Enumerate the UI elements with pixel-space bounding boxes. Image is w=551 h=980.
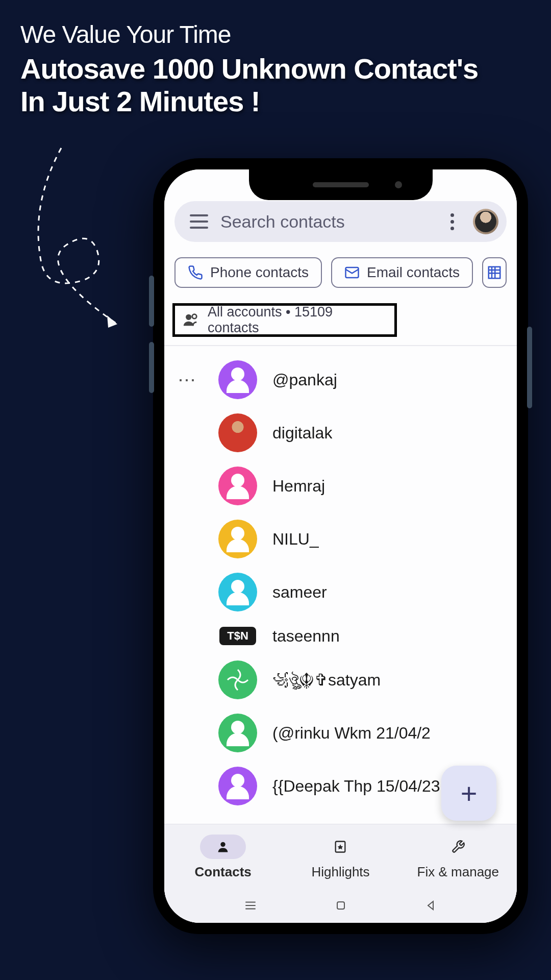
sys-recent-icon[interactable] [244, 899, 257, 914]
nav-contacts[interactable]: Contacts [164, 824, 282, 890]
headline-line-1: Autosave 1000 Unknown Contact's [20, 53, 478, 85]
svg-marker-15 [428, 901, 433, 910]
search-bar[interactable]: Search contacts [174, 201, 507, 242]
contact-row[interactable]: NILU_ [164, 512, 517, 566]
contact-avatar [218, 714, 257, 752]
more-options-icon[interactable] [440, 213, 461, 230]
contact-name: (@rinku Wkm 21/04/2 [272, 724, 431, 743]
marketing-header: We Value Your Time Autosave 1000 Unknown… [0, 0, 551, 118]
people-icon [182, 311, 199, 329]
sys-back-icon[interactable] [425, 899, 437, 914]
chip-email-contacts[interactable]: Email contacts [331, 257, 473, 288]
profile-avatar[interactable] [473, 209, 498, 234]
phone-notch [249, 169, 433, 200]
nav-highlights[interactable]: Highlights [282, 824, 399, 890]
list-index-icon[interactable]: ⋯ [178, 370, 197, 391]
nav-highlights-label: Highlights [311, 864, 369, 880]
accounts-text: All accounts • 15109 contacts [208, 304, 387, 336]
contact-avatar [218, 767, 257, 805]
chip-phone-contacts[interactable]: Phone contacts [174, 257, 322, 288]
contact-avatar [218, 413, 257, 452]
contact-avatar [218, 573, 257, 611]
contact-row[interactable]: ꧁ঔৣ☬✞satyam [164, 653, 517, 706]
headline-line-2: In Just 2 Minutes ! [20, 85, 260, 117]
svg-point-7 [186, 314, 191, 320]
bottom-navigation: Contacts Highlights Fix & manage [164, 824, 517, 890]
contacts-list[interactable]: ⋯ @pankajdigitalakHemrajNILU_sameerT$Nta… [164, 346, 517, 824]
svg-point-9 [220, 842, 225, 847]
phone-screen: Search contacts Phone contacts Email con… [164, 169, 517, 923]
contact-name: taseennn [272, 627, 340, 646]
chip-email-label: Email contacts [367, 264, 460, 281]
nav-fix-label: Fix & manage [417, 864, 499, 880]
contact-row[interactable]: Hemraj [164, 459, 517, 512]
contact-avatar: T$N [218, 626, 257, 646]
filter-chips: Phone contacts Email contacts [164, 242, 517, 299]
marketing-headline: Autosave 1000 Unknown Contact's In Just … [20, 53, 531, 118]
plus-icon: + [461, 777, 478, 810]
contact-row[interactable]: T$Ntaseennn [164, 619, 517, 653]
sys-home-icon[interactable] [335, 899, 347, 914]
chip-phone-label: Phone contacts [210, 264, 309, 281]
contact-name: digitalak [272, 424, 332, 443]
contact-avatar [218, 520, 257, 558]
volume-up-button [149, 276, 154, 327]
svg-marker-0 [107, 315, 117, 328]
contact-row[interactable]: sameer [164, 566, 517, 619]
hamburger-menu-icon[interactable] [190, 214, 208, 229]
chip-company-contacts[interactable] [482, 257, 507, 288]
power-button [527, 327, 532, 408]
contact-avatar [218, 660, 257, 699]
contact-name: NILU_ [272, 530, 319, 549]
email-icon [344, 265, 360, 280]
contact-name: ꧁ঔৣ☬✞satyam [272, 670, 381, 690]
volume-down-button [149, 342, 154, 393]
svg-point-8 [192, 314, 196, 318]
contact-row[interactable]: (@rinku Wkm 21/04/2 [164, 706, 517, 760]
add-contact-fab[interactable]: + [441, 766, 496, 821]
phone-icon [188, 265, 203, 280]
contact-name: {{Deepak Thp 15/04/23 [272, 777, 440, 796]
contact-row[interactable]: @pankaj [164, 353, 517, 406]
company-icon [487, 265, 502, 280]
contact-name: @pankaj [272, 371, 337, 389]
accounts-summary[interactable]: All accounts • 15109 contacts [172, 303, 397, 337]
system-navigation [164, 890, 517, 923]
svg-rect-14 [337, 902, 344, 909]
contact-name: Hemraj [272, 477, 325, 496]
contact-name: sameer [272, 583, 327, 602]
contact-avatar [218, 360, 257, 399]
contact-avatar [218, 467, 257, 505]
phone-frame: Search contacts Phone contacts Email con… [153, 158, 528, 934]
highlights-icon [333, 840, 347, 854]
wrench-icon [451, 840, 465, 854]
contacts-icon [216, 840, 230, 854]
nav-contacts-label: Contacts [195, 864, 252, 880]
marketing-subtitle: We Value Your Time [20, 20, 531, 48]
nav-fix-manage[interactable]: Fix & manage [399, 824, 517, 890]
search-input[interactable]: Search contacts [220, 212, 428, 232]
decorative-arrow [15, 143, 133, 316]
contact-row[interactable]: digitalak [164, 406, 517, 459]
